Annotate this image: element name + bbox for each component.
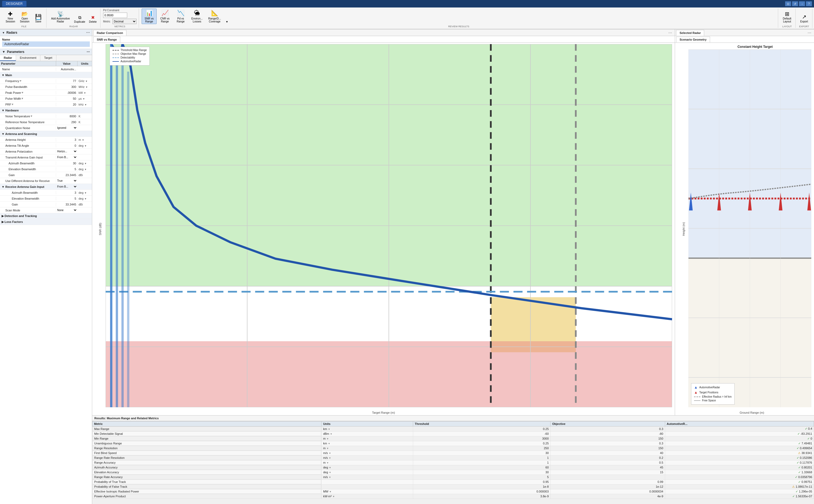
more-button[interactable]: ▼	[224, 20, 230, 24]
undo-btn[interactable]: ↺	[792, 1, 798, 6]
param-value-antangle[interactable]: 0	[56, 144, 77, 148]
tab-scenario-geometry[interactable]: Scenario Geometry	[676, 37, 710, 42]
param-row-name: Name Automotiv...	[0, 66, 92, 72]
restore-btn[interactable]: ⊡	[785, 1, 791, 6]
tab-target[interactable]: Target	[40, 55, 56, 61]
new-session-button[interactable]: ✚ NewSession	[4, 10, 17, 24]
param-row-antangle: Antenna Tilt Angle 0 deg ▼	[0, 143, 92, 149]
antenna-section-label[interactable]: ▼ Antenna and Scanning	[0, 132, 56, 136]
export-button[interactable]: ↗ Export	[798, 13, 810, 24]
result-units-7: m ▼	[321, 460, 413, 465]
main-area: ▼ Radars ⋯ Name AutomotiveRadar ▼ Parame…	[0, 29, 814, 504]
result-value-9: ✓1.33668	[665, 470, 814, 475]
results-table-wrap[interactable]: Metric Units Threshold Objective Automot…	[92, 421, 814, 504]
snr-range-button[interactable]: 📊 SNR vsRange	[142, 9, 157, 24]
metric-select[interactable]: Decimal Percent	[113, 19, 137, 24]
loss-section-label[interactable]: ▶ Loss Factors	[0, 220, 56, 224]
pd-range-button[interactable]: 📉 Pd vsRange	[173, 9, 188, 24]
param-value-azbeam[interactable]: 30	[56, 161, 77, 165]
selected-panel-menu[interactable]: ⋯	[806, 30, 813, 36]
params-expand-icon[interactable]: ▼	[2, 50, 5, 54]
params-tabs: Radar Environment Target	[0, 55, 92, 61]
result-objective-9: 15	[551, 470, 665, 475]
param-row-antpol: Antenna Polarization Horizo...	[0, 149, 92, 154]
status-warn-icon: ⚠	[792, 485, 795, 488]
ribbon-main: ✚ NewSession 📂 OpenSession 💾 Save FILE 📡	[0, 7, 814, 29]
environ-losses-button[interactable]: 🌦 Environ...Losses	[189, 9, 205, 24]
diffant-select[interactable]: True	[56, 179, 77, 183]
result-threshold-6: 1	[413, 455, 550, 460]
params-table-header: Parameter Value Units	[0, 61, 92, 66]
param-name-rxgain-header: ▼ Receive Antenna Gain Input	[0, 185, 56, 189]
result-units-14: kW·m² ▼	[321, 494, 413, 499]
titlebar-tab[interactable]: DESIGNER	[2, 1, 26, 7]
param-value-pulsewidth[interactable]: 50	[56, 97, 77, 100]
help-btn[interactable]: ?	[806, 1, 812, 6]
txgain-select[interactable]: From B...	[56, 156, 77, 159]
result-value-0: ✓0.4	[665, 427, 814, 432]
result-value-3: ✓7.49481	[665, 441, 814, 446]
antpol-select[interactable]: Horizo...	[56, 150, 77, 153]
environ-losses-icon: 🌦	[194, 10, 200, 17]
result-threshold-5: 30	[413, 451, 550, 455]
tab-selected-radar[interactable]: Selected Radar	[676, 30, 704, 36]
param-value-antheight[interactable]: 3	[56, 138, 77, 142]
delete-button[interactable]: ✖ Delete	[88, 14, 98, 24]
environ-losses-label: Environ...Losses	[191, 17, 203, 23]
scanmode-select[interactable]: None	[56, 208, 77, 212]
results-table: Metric Units Threshold Objective Automot…	[92, 421, 814, 499]
param-value-noisetemp[interactable]: 8000	[56, 114, 77, 118]
open-session-button[interactable]: 📂 OpenSession	[18, 10, 32, 24]
radars-menu-btn[interactable]: ⋯	[86, 30, 90, 35]
tab-environment[interactable]: Environment	[16, 55, 40, 61]
add-radar-button[interactable]: 📡 Add AutomotiveRadar	[49, 10, 72, 24]
open-session-icon: 📂	[21, 11, 28, 17]
file-group-label: FILE	[4, 25, 44, 28]
rxgain-select[interactable]: From B...	[56, 185, 77, 188]
result-objective-7: 0.5	[551, 460, 665, 465]
param-row-rx-gain: Gain 33.3445 dBi	[0, 201, 92, 207]
param-value-elbeam[interactable]: 5	[56, 167, 77, 171]
param-name-quantnoise: Quantization Noise	[0, 126, 56, 130]
metric-label: Metric	[103, 20, 110, 23]
tab-radar-comparison[interactable]: Radar Comparison	[93, 30, 126, 36]
param-value-rx-elbeam[interactable]: 5	[56, 197, 77, 200]
legend-automotive-radar: AutomotiveRadar	[113, 60, 147, 63]
param-value-peakpower[interactable]: .00006	[56, 91, 77, 95]
hardware-section-label[interactable]: ▼ Hardware	[0, 108, 56, 113]
pd-constraint-input[interactable]	[103, 13, 127, 18]
param-value-gain1[interactable]: 23.3445	[56, 173, 77, 177]
result-objective-11: 0.99	[551, 479, 665, 484]
param-value-rx-azbeam[interactable]: 3	[56, 191, 77, 195]
comparison-panel-menu[interactable]: ⋯	[667, 30, 674, 36]
param-value-bandwidth[interactable]: 300	[56, 85, 77, 89]
save-button[interactable]: 💾 Save	[32, 13, 44, 24]
param-row-txgain: Transmit Antenna Gain Input From B...	[0, 154, 92, 160]
results-row-0: Max Rangekm ▼0.250.3✓0.4	[92, 427, 814, 432]
param-value-rx-gain[interactable]: 33.3445	[56, 203, 77, 206]
range-coverage-button[interactable]: 📐 Range/D...Coverage	[206, 9, 223, 24]
duplicate-button[interactable]: ⧉ Duplicate	[73, 14, 87, 24]
quantnoise-select[interactable]: Ignored	[56, 126, 77, 130]
radar-list-item[interactable]: AutomotiveRadar	[2, 41, 90, 47]
tab-snr-vs-range[interactable]: SNR vs Range	[93, 37, 120, 42]
default-layout-button[interactable]: ⊞ DefaultLayout	[781, 10, 793, 24]
tab-radar[interactable]: Radar	[0, 55, 16, 61]
detection-section-label[interactable]: ▶ Detection and Tracking	[0, 214, 56, 218]
param-value-refnoisetemp[interactable]: 290	[56, 120, 77, 124]
result-units-5: m/s ▼	[321, 451, 413, 455]
param-value-prf[interactable]: 20	[56, 103, 77, 106]
param-name-refnoisetemp: Reference Noise Temperature	[0, 120, 56, 124]
snr-legend: Threshold Max Range Objective Max Range …	[110, 47, 150, 65]
param-value-frequency[interactable]: 77	[56, 79, 77, 83]
selected-radar-panel: Selected Radar ⋯ Scenario Geometry Const…	[675, 29, 814, 415]
params-menu-btn[interactable]: ⋯	[87, 50, 90, 54]
radars-expand-icon[interactable]: ▼	[2, 31, 5, 34]
redo-btn[interactable]: →	[799, 1, 805, 6]
main-section-label[interactable]: ▼ Main	[0, 73, 56, 77]
col-metric: Metric	[92, 421, 321, 427]
status-ok-icon: ✓	[807, 437, 810, 440]
cnr-range-button[interactable]: 📈 CNR vsRange	[157, 9, 172, 24]
radar-comparison-panel: Radar Comparison ⋯ SNR vs Range	[92, 29, 675, 415]
param-value-name[interactable]: Automotiv...	[56, 67, 77, 71]
